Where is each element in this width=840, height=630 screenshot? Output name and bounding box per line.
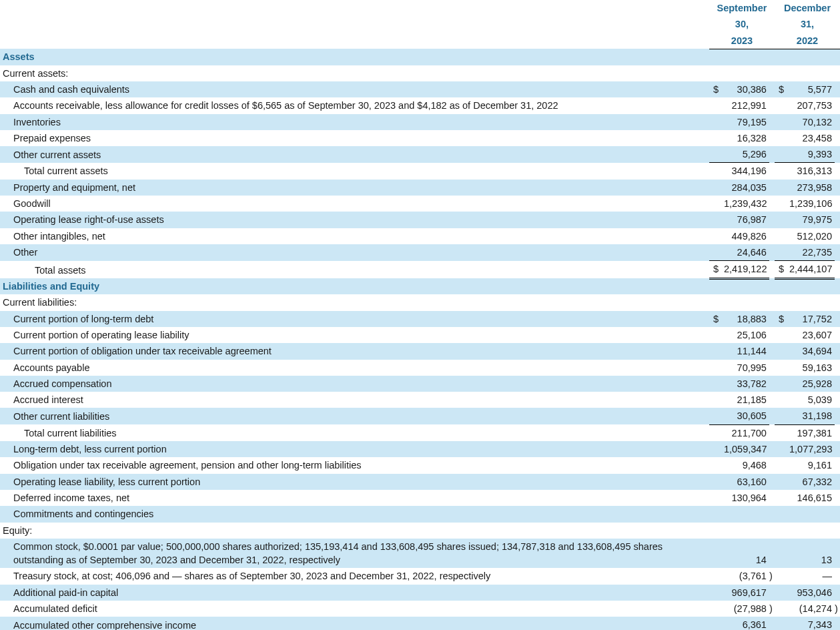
row-dit: Deferred income taxes, net130,964146,615 bbox=[0, 490, 840, 506]
row-treasury: Treasury stock, at cost; 406,096 and — s… bbox=[0, 568, 840, 584]
row-oca: Other current assets5,2969,393 bbox=[0, 146, 840, 163]
row-ltlease: Operating lease liability, less current … bbox=[0, 474, 840, 490]
section-liab-equity: Liabilities and Equity bbox=[0, 278, 709, 294]
col2-header-l1: December bbox=[775, 0, 840, 16]
row-other-assets: Other24,64622,735 bbox=[0, 244, 840, 261]
balance-sheet-table: September December 30, 31, 2023 2022 Ass… bbox=[0, 0, 840, 630]
row-tca: Total current assets344,196316,313 bbox=[0, 163, 840, 180]
row-common-stock: Common stock, $0.0001 par value; 500,000… bbox=[0, 539, 840, 569]
row-aoci: Accumulated other comprehensive income6,… bbox=[0, 617, 840, 630]
row-rou: Operating lease right-of-use assets76,98… bbox=[0, 212, 840, 228]
subsection-current-liab: Current liabilities: bbox=[0, 294, 709, 310]
col2-header-l2: 31, bbox=[775, 16, 840, 32]
row-ppe: Property and equipment, net284,035273,95… bbox=[0, 180, 840, 196]
row-cash: Cash and cash equivalents$30,386$5,577 bbox=[0, 81, 840, 97]
row-total-assets: Total assets$2,419,122$2,444,107 bbox=[0, 261, 840, 278]
col1-header-l1: September bbox=[709, 0, 775, 16]
row-accint: Accrued interest21,1855,039 bbox=[0, 392, 840, 408]
subsection-current-assets: Current assets: bbox=[0, 65, 709, 81]
row-inventories: Inventories79,19570,132 bbox=[0, 114, 840, 130]
row-apic: Additional paid-in capital969,617953,046 bbox=[0, 585, 840, 601]
header-row-3: 2023 2022 bbox=[0, 33, 840, 49]
row-prepaid: Prepaid expenses16,32823,458 bbox=[0, 130, 840, 146]
subsection-equity: Equity: bbox=[0, 523, 709, 539]
row-accomp: Accrued compensation33,78225,928 bbox=[0, 376, 840, 392]
row-ltd: Long-term debt, less current portion1,05… bbox=[0, 441, 840, 457]
section-assets: Assets bbox=[0, 49, 709, 65]
col2-header-l3: 2022 bbox=[775, 33, 840, 49]
row-tcl: Total current liabilities211,700197,381 bbox=[0, 424, 840, 441]
row-goodwill: Goodwill1,239,4321,239,106 bbox=[0, 196, 840, 212]
header-row-2: 30, 31, bbox=[0, 16, 840, 32]
col1-header-l2: 30, bbox=[709, 16, 775, 32]
row-cpltd: Current portion of long-term debt$18,883… bbox=[0, 311, 840, 327]
row-cplease: Current portion of operating lease liabi… bbox=[0, 327, 840, 343]
row-ap: Accounts payable70,99559,163 bbox=[0, 360, 840, 376]
header-row-1: September December bbox=[0, 0, 840, 16]
row-ocl: Other current liabilities30,60531,198 bbox=[0, 408, 840, 424]
row-intangibles: Other intangibles, net449,826512,020 bbox=[0, 228, 840, 244]
row-commitments: Commitments and contingencies bbox=[0, 506, 840, 522]
row-ar: Accounts receivable, less allowance for … bbox=[0, 97, 840, 113]
row-cptra: Current portion of obligation under tax … bbox=[0, 343, 840, 359]
row-tra: Obligation under tax receivable agreemen… bbox=[0, 457, 840, 473]
col1-header-l3: 2023 bbox=[709, 33, 775, 49]
row-accum-deficit: Accumulated deficit(27,988)(14,274) bbox=[0, 601, 840, 617]
